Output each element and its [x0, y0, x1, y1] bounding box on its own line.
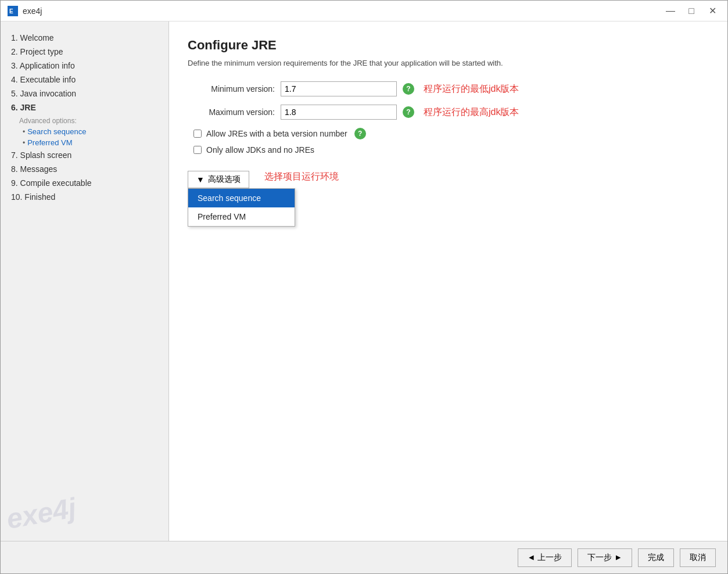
max-version-input[interactable] [281, 105, 397, 120]
max-version-row: Maximum version: ? 程序运行的最高jdk版本 [188, 105, 709, 120]
min-version-label: Minimum version: [188, 84, 275, 94]
advanced-options-button[interactable]: ▼ 高级选项 [188, 171, 249, 188]
min-version-row: Minimum version: ? 程序运行的最低jdk版本 [188, 81, 709, 96]
dropdown-menu: Search sequence Preferred VM [188, 188, 295, 227]
sidebar: 1. Welcome 2. Project type 3. Applicatio… [1, 21, 169, 541]
jdk-checkbox-row: Only allow JDKs and no JREs [193, 145, 709, 155]
sidebar-nav: 1. Welcome 2. Project type 3. Applicatio… [8, 31, 162, 114]
sidebar-item-jre[interactable]: 6. JRE [8, 101, 162, 114]
advanced-section: ▼ 高级选项 Search sequence Preferred VM 选择项目… [188, 171, 709, 188]
jdk-checkbox[interactable] [193, 146, 202, 154]
min-version-input[interactable] [281, 81, 397, 96]
min-version-annotation: 程序运行的最低jdk版本 [424, 83, 519, 95]
max-version-annotation: 程序运行的最高jdk版本 [424, 106, 519, 119]
title-bar-left: E exe4j [8, 6, 42, 16]
prev-button[interactable]: ◄ 上一步 [518, 548, 572, 567]
title-bar: E exe4j — □ ✕ [1, 1, 727, 21]
page-title: Configure JRE [188, 38, 709, 53]
sidebar-watermark: exe4j [4, 492, 78, 535]
advanced-options-label: Advanced options: [19, 117, 158, 125]
minimize-button[interactable]: — [662, 5, 679, 17]
page-description: Define the minimum version requirements … [188, 59, 709, 67]
sidebar-item-finished[interactable]: 10. Finished [8, 190, 162, 204]
sidebar-item-compile-executable[interactable]: 9. Compile executable [8, 176, 162, 190]
app-icon: E [8, 6, 18, 16]
content-area: 1. Welcome 2. Project type 3. Applicatio… [1, 21, 727, 541]
app-window: E exe4j — □ ✕ 1. Welcome 2. Project type… [0, 0, 728, 574]
advanced-btn-label: 高级选项 [208, 174, 241, 185]
sidebar-item-messages[interactable]: 8. Messages [8, 162, 162, 176]
sidebar-item-application-info[interactable]: 3. Application info [8, 59, 162, 73]
sidebar-subnav: Search sequence Preferred VM [19, 126, 162, 148]
beta-help-icon[interactable]: ? [354, 128, 366, 139]
beta-checkbox[interactable] [193, 130, 202, 138]
svg-text:E: E [9, 8, 13, 15]
sidebar-item-welcome[interactable]: 1. Welcome [8, 31, 162, 45]
sidebar-item-executable-info[interactable]: 4. Executable info [8, 73, 162, 87]
cancel-button[interactable]: 取消 [680, 548, 716, 567]
title-bar-controls: — □ ✕ [662, 5, 720, 17]
max-version-help-icon[interactable]: ? [403, 106, 414, 118]
finish-button[interactable]: 完成 [638, 548, 674, 567]
dropdown-item-search-sequence[interactable]: Search sequence [188, 189, 295, 207]
dropdown-item-preferred-vm[interactable]: Preferred VM [188, 207, 295, 226]
footer: ◄ 上一步 下一步 ► 完成 取消 [1, 541, 727, 573]
sidebar-nav-bottom: 7. Splash screen 8. Messages 9. Compile … [8, 148, 162, 204]
sidebar-item-java-invocation[interactable]: 5. Java invocation [8, 87, 162, 101]
close-button[interactable]: ✕ [704, 5, 720, 17]
max-version-label: Maximum version: [188, 107, 275, 117]
sidebar-subitem-preferred-vm[interactable]: Preferred VM [19, 137, 162, 148]
maximize-button[interactable]: □ [683, 5, 700, 17]
next-button[interactable]: 下一步 ► [578, 548, 632, 567]
min-version-help-icon[interactable]: ? [403, 83, 414, 95]
dropdown-annotation: 选择项目运行环境 [264, 171, 339, 183]
beta-checkbox-label[interactable]: Allow JREs with a beta version number [206, 129, 347, 138]
window-title: exe4j [23, 6, 42, 16]
sidebar-item-splash-screen[interactable]: 7. Splash screen [8, 148, 162, 162]
beta-checkbox-row: Allow JREs with a beta version number ? [193, 128, 709, 139]
jdk-checkbox-label[interactable]: Only allow JDKs and no JREs [206, 145, 314, 155]
dropdown-arrow-icon: ▼ [196, 175, 205, 184]
sidebar-item-project-type[interactable]: 2. Project type [8, 45, 162, 59]
sidebar-subitem-search-sequence[interactable]: Search sequence [19, 126, 162, 137]
main-panel: Configure JRE Define the minimum version… [169, 21, 727, 541]
